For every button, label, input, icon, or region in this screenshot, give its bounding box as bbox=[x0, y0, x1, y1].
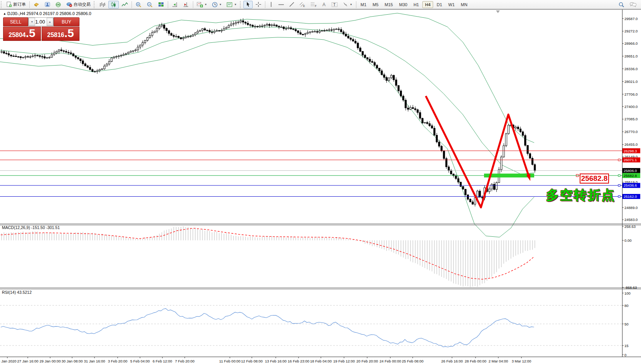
marketplace-button[interactable] bbox=[31, 1, 42, 8]
horizontal-line-tool-button[interactable] bbox=[276, 1, 286, 8]
text-tool-button[interactable]: A bbox=[320, 1, 329, 8]
time-label: 7 Feb 20:00 bbox=[175, 359, 195, 363]
volume-increase-button[interactable]: ▲ bbox=[47, 18, 53, 26]
cursor-tool-button[interactable] bbox=[243, 1, 253, 8]
zoom-out-button[interactable] bbox=[145, 1, 155, 8]
horizontal-line-icon bbox=[278, 2, 284, 7]
toolbar-separator bbox=[132, 1, 132, 8]
signals-icon bbox=[55, 2, 61, 7]
volume-box: ▼ 1.00 ▲ bbox=[28, 17, 53, 26]
chart-window[interactable]: ▲ DJ30-,H4 25974.0 26197.0 25806.0 25806… bbox=[0, 9, 641, 364]
auto-trading-icon bbox=[66, 2, 73, 7]
symbol-collapse-icon[interactable]: ▲ bbox=[3, 12, 6, 15]
timeframe-mn[interactable]: MN bbox=[458, 1, 470, 8]
timeframe-m30[interactable]: M30 bbox=[396, 1, 410, 8]
time-label: 24 Feb 00:00 bbox=[380, 359, 401, 363]
candlestick-chart-icon bbox=[110, 2, 117, 8]
timeframe-m15[interactable]: M15 bbox=[382, 1, 395, 8]
community-button[interactable] bbox=[42, 1, 52, 8]
sell-button[interactable]: SELL bbox=[3, 17, 28, 26]
timeframe-h1[interactable]: H1 bbox=[411, 1, 422, 8]
trendline-tool-button[interactable] bbox=[287, 1, 297, 8]
timeframe-d1[interactable]: D1 bbox=[434, 1, 445, 8]
time-label: 25 Feb 08:00 bbox=[402, 359, 423, 363]
volume-value[interactable]: 1.00 bbox=[35, 18, 46, 26]
time-label: 3 Feb 20:00 bbox=[108, 359, 128, 363]
svg-text:25436.6: 25436.6 bbox=[624, 183, 637, 187]
time-label: 28 Feb 00:00 bbox=[465, 359, 486, 363]
vertical-line-tool-button[interactable] bbox=[267, 1, 275, 8]
fibonacci-tool-button[interactable]: F bbox=[309, 1, 319, 8]
volume-decrease-button[interactable]: ▼ bbox=[29, 18, 35, 26]
timeframe-group: M1M5M15M30H1H4D1W1MN bbox=[358, 1, 471, 8]
toolbar-drag-handle[interactable] bbox=[1, 1, 3, 8]
dropdown-caret: ▼ bbox=[234, 3, 237, 6]
equidistant-channel-tool-button[interactable]: E bbox=[297, 1, 308, 8]
toolbar-drag-handle[interactable] bbox=[240, 1, 242, 8]
zoom-in-icon bbox=[135, 2, 142, 8]
timeframe-m5[interactable]: M5 bbox=[370, 1, 381, 8]
rsi-label: RSI(14) 43.5212 bbox=[2, 290, 32, 295]
toolbar-drag-handle[interactable] bbox=[94, 1, 96, 8]
chart-shift-marker-icon[interactable] bbox=[496, 10, 500, 13]
tile-windows-button[interactable] bbox=[156, 1, 166, 8]
arrows-tool-button[interactable]: ▼ bbox=[341, 1, 354, 8]
svg-text:28021.0: 28021.0 bbox=[624, 79, 638, 84]
equidistant-channel-icon: E bbox=[299, 2, 306, 8]
crosshair-tool-button[interactable] bbox=[253, 1, 263, 8]
dropdown-caret: ▼ bbox=[204, 3, 207, 6]
svg-text:80: 80 bbox=[624, 303, 629, 308]
price-callout-box[interactable]: 25682.8 bbox=[580, 174, 609, 184]
svg-text:27085.0: 27085.0 bbox=[624, 117, 638, 121]
cursor-icon bbox=[245, 2, 251, 7]
svg-text:25162.0: 25162.0 bbox=[624, 194, 637, 199]
timeframe-m1[interactable]: M1 bbox=[358, 1, 369, 8]
buy-price[interactable]: 25816.5 bbox=[42, 27, 79, 41]
new-order-button[interactable]: 新订单 bbox=[4, 1, 28, 8]
chart-shift-icon bbox=[183, 2, 189, 8]
text-label-tool-button[interactable]: T bbox=[329, 1, 340, 8]
new-order-label: 新订单 bbox=[13, 2, 26, 7]
one-click-trading-panel: SELL ▼ 1.00 ▲ BUY 25804.5 25816.5 bbox=[3, 17, 79, 41]
signals-button[interactable] bbox=[53, 1, 63, 8]
time-label: 12 Feb 08:00 bbox=[241, 359, 263, 363]
auto-scroll-button[interactable] bbox=[170, 1, 180, 8]
templates-button[interactable]: ▼ bbox=[224, 1, 239, 8]
timeframe-h4[interactable]: H4 bbox=[422, 1, 433, 8]
search-button[interactable] bbox=[616, 1, 627, 8]
time-label: 4 Jan 2020 bbox=[0, 359, 17, 363]
svg-text:258.63: 258.63 bbox=[624, 224, 636, 229]
time-label: 19 Feb 12:00 bbox=[333, 359, 355, 363]
zoom-out-icon bbox=[147, 2, 153, 8]
svg-text:28966.0: 28966.0 bbox=[624, 41, 638, 46]
buy-button[interactable]: BUY bbox=[54, 17, 79, 26]
svg-text:-868.63: -868.63 bbox=[624, 285, 637, 290]
symbol-info: ▲ DJ30-,H4 25974.0 26197.0 25806.0 25806… bbox=[3, 11, 91, 16]
svg-text:T: T bbox=[333, 3, 336, 7]
turning-point-annotation[interactable]: 多空转折点 bbox=[546, 187, 616, 204]
chart-svg[interactable]: 29587.029272.028966.028651.028336.028021… bbox=[0, 9, 641, 364]
indicators-button[interactable]: ▼ bbox=[195, 1, 209, 8]
bar-chart-button[interactable] bbox=[97, 1, 108, 8]
dropdown-caret: ▼ bbox=[350, 3, 353, 6]
candlestick-chart-button[interactable] bbox=[108, 1, 119, 8]
chart-shift-button[interactable] bbox=[181, 1, 191, 8]
auto-trading-button[interactable]: 自动交易 bbox=[64, 1, 93, 8]
zoom-in-button[interactable] bbox=[133, 1, 144, 8]
svg-text:26071.1: 26071.1 bbox=[624, 158, 637, 162]
chat-icon bbox=[629, 2, 637, 8]
timeframe-w1[interactable]: W1 bbox=[445, 1, 457, 8]
toolbar-separator bbox=[29, 1, 30, 8]
svg-text:50: 50 bbox=[624, 322, 629, 326]
arrows-icon bbox=[342, 2, 349, 7]
chat-button[interactable] bbox=[628, 1, 639, 8]
time-label: 27 Jan 16:00 bbox=[17, 359, 39, 363]
sell-price[interactable]: 25804.5 bbox=[3, 27, 41, 41]
bar-chart-icon bbox=[99, 2, 106, 8]
search-icon bbox=[618, 2, 625, 8]
svg-text:27706.0: 27706.0 bbox=[624, 92, 638, 96]
auto-trading-label: 自动交易 bbox=[74, 2, 91, 7]
line-chart-button[interactable] bbox=[120, 1, 130, 8]
svg-text:25682.8: 25682.8 bbox=[624, 174, 637, 178]
periods-button[interactable]: ▼ bbox=[210, 1, 224, 8]
